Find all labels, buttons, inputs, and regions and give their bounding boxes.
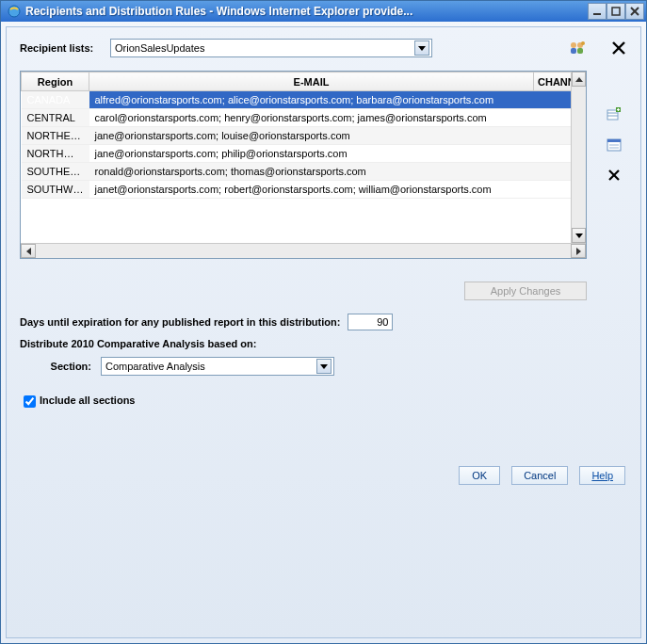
cell-email: ronald@orionstarsports.com; thomas@orion… — [89, 163, 534, 181]
scroll-down-icon[interactable] — [572, 228, 586, 243]
apply-row: Apply Changes — [20, 282, 587, 300]
titlebar: Recipients and Distribution Rules - Wind… — [1, 1, 646, 22]
apply-changes-button[interactable]: Apply Changes — [464, 282, 587, 300]
cell-region: NORTHWEST — [22, 145, 89, 163]
include-all-row: Include all sections — [20, 391, 627, 409]
recipient-list-value: OrionSalesUpdates — [115, 42, 414, 54]
table-row[interactable]: NORTHEASTjane@orionstarsports.com; louis… — [22, 127, 587, 145]
svg-rect-6 — [571, 48, 576, 54]
section-dropdown[interactable]: Comparative Analysis — [101, 357, 334, 376]
svg-point-5 — [571, 42, 576, 48]
close-button[interactable] — [625, 3, 644, 20]
delete-list-icon[interactable] — [610, 40, 627, 56]
properties-icon[interactable] — [606, 137, 623, 153]
recipients-table[interactable]: Region E-MAIL CHANNE CANADAalfred@orions… — [21, 72, 586, 199]
add-row-icon[interactable] — [606, 106, 623, 123]
table-row[interactable]: CANADAalfred@orionstarsports.com; alice@… — [22, 91, 587, 109]
vertical-scrollbar[interactable] — [571, 72, 586, 243]
cell-email: alfred@orionstarsports.com; alice@orions… — [89, 91, 534, 109]
section-value: Comparative Analysis — [105, 361, 316, 372]
window-frame: Recipients and Distribution Rules - Wind… — [0, 0, 647, 644]
table-row[interactable]: CENTRALcarol@orionstarsports.com; henry@… — [22, 109, 587, 127]
scroll-up-icon[interactable] — [572, 72, 586, 87]
col-region[interactable]: Region — [22, 72, 89, 91]
cell-email: jane@orionstarsports.com; louise@orionst… — [89, 127, 534, 145]
cell-region: CENTRAL — [22, 109, 89, 127]
delete-row-icon[interactable] — [606, 167, 623, 184]
table-row[interactable]: NORTHWESTjane@orionstarsports.com; phili… — [22, 145, 587, 163]
window-title: Recipients and Distribution Rules - Wind… — [25, 5, 588, 18]
section-row: Section: Comparative Analysis — [20, 357, 627, 376]
recipient-lists-label: Recipient lists: — [20, 42, 110, 54]
recipient-list-dropdown[interactable]: OrionSalesUpdates — [110, 39, 432, 57]
svg-rect-19 — [607, 139, 621, 142]
svg-rect-8 — [577, 48, 583, 54]
recipient-list-row: Recipient lists: OrionSalesUpdates — [20, 39, 627, 57]
table-row[interactable]: SOUTHEASTronald@orionstarsports.com; tho… — [22, 163, 587, 181]
ok-button[interactable]: OK — [459, 466, 500, 485]
maximize-button[interactable] — [607, 3, 625, 20]
dropdown-button-icon — [316, 359, 332, 374]
minimize-button[interactable] — [588, 3, 607, 20]
distribute-label-row: Distribute 2010 Comparative Analysis bas… — [20, 338, 627, 349]
svg-point-9 — [581, 41, 585, 45]
svg-rect-1 — [593, 13, 601, 15]
scroll-left-icon[interactable] — [21, 244, 36, 258]
include-all-checkbox[interactable] — [24, 395, 36, 408]
dropdown-button-icon — [414, 40, 429, 56]
distribute-label: Distribute 2010 Comparative Analysis bas… — [20, 338, 256, 349]
list-toolbar — [569, 40, 627, 56]
days-expiration-label: Days until expiration for any published … — [20, 316, 340, 328]
days-expiration-input[interactable] — [348, 314, 393, 330]
grid-side-toolbar — [606, 106, 623, 184]
svg-rect-2 — [612, 8, 620, 15]
table-row[interactable]: SOUTHWESTjanet@orionstarsports.com; robe… — [22, 181, 587, 199]
content-area: Recipient lists: OrionSalesUpdates — [6, 26, 641, 638]
cell-region: SOUTHWEST — [22, 181, 89, 199]
include-all-label: Include all sections — [40, 394, 135, 406]
col-email[interactable]: E-MAIL — [89, 72, 534, 91]
scroll-right-icon[interactable] — [571, 244, 586, 258]
table-header-row: Region E-MAIL CHANNE — [22, 72, 587, 91]
cancel-button[interactable]: Cancel — [511, 466, 568, 485]
cell-email: carol@orionstarsports.com; henry@orionst… — [89, 109, 534, 127]
users-icon[interactable] — [569, 40, 586, 56]
expiration-row: Days until expiration for any published … — [20, 314, 627, 330]
ie-icon — [7, 4, 22, 19]
dialog-buttons: OK Cancel Help — [459, 466, 625, 485]
section-label: Section: — [20, 361, 101, 372]
horizontal-scrollbar[interactable] — [21, 243, 586, 258]
cell-email: janet@orionstarsports.com; robert@orions… — [89, 181, 534, 199]
recipients-grid: Region E-MAIL CHANNE CANADAalfred@orions… — [20, 71, 587, 259]
help-button[interactable]: Help — [579, 466, 625, 485]
cell-region: CANADA — [22, 91, 89, 109]
window-buttons — [588, 3, 644, 20]
cell-email: jane@orionstarsports.com; philip@orionst… — [89, 145, 534, 163]
cell-region: NORTHEAST — [22, 127, 89, 145]
cell-region: SOUTHEAST — [22, 163, 89, 181]
